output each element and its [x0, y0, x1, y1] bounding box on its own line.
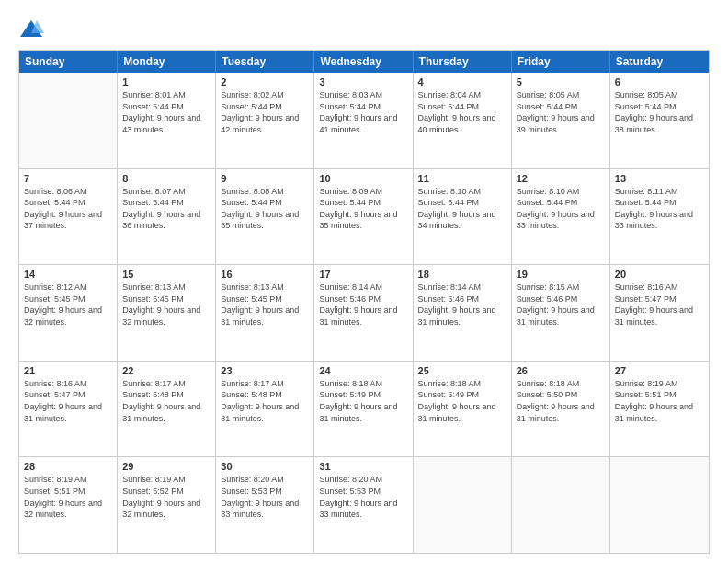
cell-info: Sunrise: 8:16 AMSunset: 5:47 PMDaylight:…	[615, 282, 704, 327]
calendar-cell	[512, 457, 610, 553]
cell-info: Sunrise: 8:19 AMSunset: 5:51 PMDaylight:…	[615, 378, 704, 424]
day-number: 18	[418, 269, 506, 280]
cell-info: Sunrise: 8:10 AMSunset: 5:44 PMDaylight:…	[418, 186, 506, 232]
calendar-cell: 11Sunrise: 8:10 AMSunset: 5:44 PMDayligh…	[414, 169, 512, 265]
day-number: 4	[418, 76, 506, 87]
day-number: 25	[418, 365, 506, 376]
cell-info: Sunrise: 8:05 AMSunset: 5:44 PMDaylight:…	[517, 89, 605, 135]
calendar-cell: 12Sunrise: 8:10 AMSunset: 5:44 PMDayligh…	[512, 169, 610, 265]
cell-info: Sunrise: 8:13 AMSunset: 5:45 PMDaylight:…	[122, 282, 210, 327]
calendar-cell: 19Sunrise: 8:15 AMSunset: 5:46 PMDayligh…	[512, 265, 610, 361]
cell-info: Sunrise: 8:19 AMSunset: 5:51 PMDaylight:…	[24, 474, 112, 520]
cell-info: Sunrise: 8:15 AMSunset: 5:46 PMDaylight:…	[517, 282, 605, 327]
cell-info: Sunrise: 8:02 AMSunset: 5:44 PMDaylight:…	[221, 89, 309, 135]
calendar-cell: 29Sunrise: 8:19 AMSunset: 5:52 PMDayligh…	[118, 457, 216, 553]
calendar-cell: 10Sunrise: 8:09 AMSunset: 5:44 PMDayligh…	[314, 169, 413, 265]
day-number: 27	[615, 365, 704, 376]
header-day-saturday: Saturday	[610, 51, 709, 73]
calendar-cell	[414, 457, 512, 553]
cell-info: Sunrise: 8:04 AMSunset: 5:44 PMDaylight:…	[418, 89, 506, 135]
day-number: 10	[319, 173, 407, 184]
cell-info: Sunrise: 8:20 AMSunset: 5:53 PMDaylight:…	[221, 474, 309, 520]
cell-info: Sunrise: 8:03 AMSunset: 5:44 PMDaylight:…	[319, 89, 407, 135]
header-day-tuesday: Tuesday	[216, 51, 314, 73]
cell-info: Sunrise: 8:12 AMSunset: 5:45 PMDaylight:…	[24, 282, 112, 327]
day-number: 15	[122, 269, 210, 280]
calendar-cell	[19, 73, 118, 168]
calendar-cell: 7Sunrise: 8:06 AMSunset: 5:44 PMDaylight…	[19, 169, 118, 265]
calendar-cell: 8Sunrise: 8:07 AMSunset: 5:44 PMDaylight…	[118, 169, 216, 265]
header-day-monday: Monday	[118, 51, 216, 73]
calendar-cell: 17Sunrise: 8:14 AMSunset: 5:46 PMDayligh…	[314, 265, 413, 361]
calendar-cell: 13Sunrise: 8:11 AMSunset: 5:44 PMDayligh…	[610, 169, 709, 265]
day-number: 26	[517, 365, 605, 376]
header-day-wednesday: Wednesday	[314, 51, 413, 73]
logo	[18, 17, 48, 42]
calendar-cell: 27Sunrise: 8:19 AMSunset: 5:51 PMDayligh…	[610, 362, 709, 457]
cell-info: Sunrise: 8:10 AMSunset: 5:44 PMDaylight:…	[517, 186, 605, 232]
calendar-header: SundayMondayTuesdayWednesdayThursdayFrid…	[19, 51, 709, 73]
calendar-cell: 25Sunrise: 8:18 AMSunset: 5:49 PMDayligh…	[414, 362, 512, 457]
cell-info: Sunrise: 8:20 AMSunset: 5:53 PMDaylight:…	[319, 474, 407, 520]
calendar-cell: 23Sunrise: 8:17 AMSunset: 5:48 PMDayligh…	[216, 362, 314, 457]
header-day-friday: Friday	[512, 51, 610, 73]
day-number: 24	[319, 365, 407, 376]
calendar-cell: 6Sunrise: 8:05 AMSunset: 5:44 PMDaylight…	[610, 73, 709, 168]
day-number: 19	[517, 269, 605, 280]
day-number: 1	[122, 76, 210, 87]
cell-info: Sunrise: 8:14 AMSunset: 5:46 PMDaylight:…	[418, 282, 506, 327]
header	[18, 17, 710, 42]
day-number: 23	[221, 365, 309, 376]
calendar: SundayMondayTuesdayWednesdayThursdayFrid…	[18, 50, 710, 554]
calendar-cell: 5Sunrise: 8:05 AMSunset: 5:44 PMDaylight…	[512, 73, 610, 168]
day-number: 28	[24, 461, 112, 472]
day-number: 20	[615, 269, 704, 280]
calendar-cell: 1Sunrise: 8:01 AMSunset: 5:44 PMDaylight…	[118, 73, 216, 168]
cell-info: Sunrise: 8:16 AMSunset: 5:47 PMDaylight:…	[24, 378, 112, 424]
page: SundayMondayTuesdayWednesdayThursdayFrid…	[0, 0, 728, 563]
cell-info: Sunrise: 8:18 AMSunset: 5:49 PMDaylight:…	[319, 378, 407, 424]
header-day-thursday: Thursday	[414, 51, 512, 73]
day-number: 14	[24, 269, 112, 280]
calendar-cell: 31Sunrise: 8:20 AMSunset: 5:53 PMDayligh…	[314, 457, 413, 553]
calendar-row-0: 1Sunrise: 8:01 AMSunset: 5:44 PMDaylight…	[19, 73, 709, 169]
day-number: 17	[319, 269, 407, 280]
calendar-cell: 4Sunrise: 8:04 AMSunset: 5:44 PMDaylight…	[414, 73, 512, 168]
calendar-row-1: 7Sunrise: 8:06 AMSunset: 5:44 PMDaylight…	[19, 169, 709, 266]
day-number: 2	[221, 76, 309, 87]
calendar-cell: 22Sunrise: 8:17 AMSunset: 5:48 PMDayligh…	[118, 362, 216, 457]
day-number: 13	[615, 173, 704, 184]
cell-info: Sunrise: 8:17 AMSunset: 5:48 PMDaylight:…	[122, 378, 210, 424]
day-number: 3	[319, 76, 407, 87]
day-number: 9	[221, 173, 309, 184]
day-number: 6	[615, 76, 704, 87]
cell-info: Sunrise: 8:13 AMSunset: 5:45 PMDaylight:…	[221, 282, 309, 327]
calendar-cell: 9Sunrise: 8:08 AMSunset: 5:44 PMDaylight…	[216, 169, 314, 265]
day-number: 5	[517, 76, 605, 87]
calendar-cell: 3Sunrise: 8:03 AMSunset: 5:44 PMDaylight…	[314, 73, 413, 168]
calendar-row-3: 21Sunrise: 8:16 AMSunset: 5:47 PMDayligh…	[19, 362, 709, 458]
calendar-row-4: 28Sunrise: 8:19 AMSunset: 5:51 PMDayligh…	[19, 457, 709, 553]
cell-info: Sunrise: 8:14 AMSunset: 5:46 PMDaylight:…	[319, 282, 407, 327]
logo-icon	[18, 17, 44, 42]
day-number: 29	[122, 461, 210, 472]
calendar-cell: 20Sunrise: 8:16 AMSunset: 5:47 PMDayligh…	[610, 265, 709, 361]
header-day-sunday: Sunday	[19, 51, 118, 73]
cell-info: Sunrise: 8:01 AMSunset: 5:44 PMDaylight:…	[122, 89, 210, 135]
day-number: 21	[24, 365, 112, 376]
calendar-body: 1Sunrise: 8:01 AMSunset: 5:44 PMDaylight…	[19, 73, 709, 553]
day-number: 11	[418, 173, 506, 184]
calendar-cell: 21Sunrise: 8:16 AMSunset: 5:47 PMDayligh…	[19, 362, 118, 457]
cell-info: Sunrise: 8:09 AMSunset: 5:44 PMDaylight:…	[319, 186, 407, 232]
cell-info: Sunrise: 8:05 AMSunset: 5:44 PMDaylight:…	[615, 89, 704, 135]
cell-info: Sunrise: 8:18 AMSunset: 5:50 PMDaylight:…	[517, 378, 605, 424]
calendar-cell: 18Sunrise: 8:14 AMSunset: 5:46 PMDayligh…	[414, 265, 512, 361]
calendar-cell: 15Sunrise: 8:13 AMSunset: 5:45 PMDayligh…	[118, 265, 216, 361]
calendar-cell	[610, 457, 709, 553]
cell-info: Sunrise: 8:18 AMSunset: 5:49 PMDaylight:…	[418, 378, 506, 424]
cell-info: Sunrise: 8:06 AMSunset: 5:44 PMDaylight:…	[24, 186, 112, 232]
calendar-cell: 28Sunrise: 8:19 AMSunset: 5:51 PMDayligh…	[19, 457, 118, 553]
day-number: 7	[24, 173, 112, 184]
calendar-cell: 2Sunrise: 8:02 AMSunset: 5:44 PMDaylight…	[216, 73, 314, 168]
calendar-cell: 26Sunrise: 8:18 AMSunset: 5:50 PMDayligh…	[512, 362, 610, 457]
